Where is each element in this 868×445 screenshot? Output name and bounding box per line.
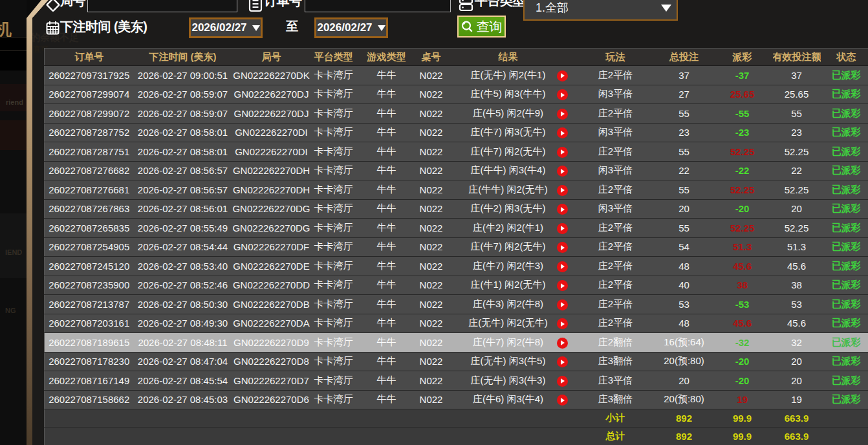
cell-platform-type: 卡卡湾厅 — [311, 257, 356, 276]
cell-play-method: 庄3平倍 — [575, 371, 656, 391]
round-number-label: 局号 — [60, 0, 85, 10]
bet-record-row[interactable]: 2602270872359002026-02-27 08:52:46GN0222… — [45, 276, 868, 295]
cell-order-number: 260227087287752 — [45, 123, 134, 142]
play-video-icon[interactable] — [557, 261, 568, 272]
cell-total-bet: 37 — [656, 66, 712, 85]
cell-platform-type: 卡卡湾厅 — [311, 237, 356, 257]
cell-order-number: 260227087276681 — [45, 180, 134, 200]
cell-play-method: 庄2平倍 — [575, 295, 656, 314]
cell-order-number: 260227087245120 — [45, 257, 134, 276]
play-video-icon[interactable] — [557, 356, 568, 367]
col-header-payout: 派彩 — [712, 49, 773, 66]
cell-total-bet: 55 — [656, 142, 712, 162]
cell-bet-time: 2026-02-27 08:58:01 — [134, 142, 232, 162]
cell-play — [557, 161, 575, 180]
play-video-icon[interactable] — [557, 89, 568, 100]
cell-play-method: 庄2平倍 — [575, 257, 656, 276]
cell-play-method: 庄2平倍 — [575, 314, 656, 333]
play-video-icon[interactable] — [557, 338, 568, 349]
cell-total-bet: 20 — [656, 371, 712, 391]
bet-record-row[interactable]: 2602270872451202026-02-27 08:53:40GN0222… — [45, 257, 868, 276]
col-header-platform-type: 平台类型 — [311, 49, 356, 66]
bet-record-row[interactable]: 2602270872658352026-02-27 08:55:49GN0222… — [45, 219, 868, 238]
play-video-icon[interactable] — [557, 376, 568, 387]
play-video-icon[interactable] — [557, 109, 568, 120]
cell-table-number: N022 — [417, 276, 446, 295]
bet-record-row[interactable]: 2602270872990722026-02-27 08:59:07GN0222… — [45, 104, 868, 124]
cell-order-number: 260227087287751 — [45, 142, 134, 162]
col-header-total-bet: 总投注 — [656, 49, 712, 66]
grand-total-label: 总计 — [575, 428, 656, 445]
play-video-icon[interactable] — [557, 242, 568, 253]
play-video-icon[interactable] — [557, 127, 568, 138]
bet-record-row[interactable]: 2602270872877512026-02-27 08:58:01GN0222… — [45, 142, 868, 162]
order-number-input[interactable] — [305, 0, 451, 12]
cell-bet-time: 2026-02-27 08:53:40 — [134, 257, 232, 276]
cell-game-type: 牛牛 — [356, 352, 417, 371]
cell-game-type: 牛牛 — [356, 237, 417, 257]
bet-record-row[interactable]: 2602270871896152026-02-27 08:48:11GN0222… — [45, 333, 868, 353]
cell-table-number: N022 — [417, 390, 446, 409]
cell-round-number: GN022262270DK — [232, 66, 311, 85]
cell-payout: -20 — [712, 199, 773, 219]
round-number-input[interactable] — [87, 0, 237, 12]
bet-record-row[interactable]: 2602270872137872026-02-27 08:50:30GN0222… — [45, 295, 868, 314]
table-body: 2602270973179252026-02-27 09:00:51GN0222… — [45, 66, 868, 409]
play-video-icon[interactable] — [557, 299, 568, 310]
play-video-icon[interactable] — [557, 204, 568, 215]
play-video-icon[interactable] — [557, 280, 568, 291]
cell-play — [557, 257, 575, 276]
play-video-icon[interactable] — [557, 223, 568, 234]
lobby-tile — [0, 213, 27, 278]
cell-valid-bet: 52.25 — [773, 142, 821, 162]
cell-game-type: 牛牛 — [356, 142, 417, 162]
platform-type-select[interactable]: 1.全部 — [523, 0, 678, 21]
cell-play-method: 庄3翻倍 — [575, 390, 656, 409]
order-number-icon — [248, 0, 263, 12]
cell-total-bet: 48 — [656, 257, 712, 276]
cell-payout: 45.6 — [712, 257, 773, 276]
cell-status: 已派彩 — [821, 180, 868, 200]
cell-game-type: 牛牛 — [356, 180, 417, 200]
play-video-icon[interactable] — [557, 166, 568, 177]
bet-record-row[interactable]: 2602270871782302026-02-27 08:47:04GN0222… — [45, 352, 868, 371]
lobby-tile — [0, 84, 27, 111]
cell-table-number: N022 — [417, 333, 446, 353]
footer-spacer-cell — [821, 409, 868, 428]
cell-total-bet: 54 — [656, 237, 712, 257]
query-button[interactable]: 查询 — [457, 16, 506, 38]
play-video-icon[interactable] — [557, 71, 568, 81]
cell-play-method: 庄3翻倍 — [575, 352, 656, 371]
cell-result: 庄(牛3) 闲2(牛8) — [446, 295, 557, 314]
play-video-icon[interactable] — [557, 395, 568, 406]
bet-record-row[interactable]: 2602270872990742026-02-27 08:59:07GN0222… — [45, 85, 868, 104]
cell-play — [557, 237, 575, 257]
play-video-icon[interactable] — [557, 147, 568, 158]
date-from-picker[interactable]: 2026/02/27 — [189, 17, 263, 38]
cell-play-method: 闲3平倍 — [575, 85, 656, 104]
play-video-icon[interactable] — [557, 318, 568, 329]
bet-record-row[interactable]: 2602270872766822026-02-27 08:56:57GN0222… — [45, 161, 868, 180]
bet-record-row[interactable]: 2602270872031612026-02-27 08:49:30GN0222… — [45, 314, 868, 333]
bet-record-row[interactable]: 2602270872549052026-02-27 08:54:44GN0222… — [45, 237, 868, 257]
cell-bet-time: 2026-02-27 08:50:30 — [134, 295, 232, 314]
cell-status: 已派彩 — [821, 161, 868, 180]
screen: 机 riend IEND NG 的余额不足 直可 局号 订单号 — [0, 0, 868, 445]
play-video-icon[interactable] — [557, 185, 568, 196]
cell-play-method: 庄2平倍 — [575, 219, 656, 238]
footer-spacer-cell — [821, 428, 868, 445]
platform-type-icon — [459, 0, 473, 12]
bet-record-row[interactable]: 2602270872766812026-02-27 08:56:57GN0222… — [45, 180, 868, 200]
date-to-picker[interactable]: 2026/02/27 — [314, 17, 388, 38]
cell-table-number: N022 — [417, 161, 446, 180]
bet-record-row[interactable]: 2602270871671492026-02-27 08:45:54GN0222… — [45, 371, 868, 391]
cell-platform-type: 卡卡湾厅 — [311, 123, 356, 142]
bet-record-row[interactable]: 2602270973179252026-02-27 09:00:51GN0222… — [45, 66, 868, 85]
cell-status: 已派彩 — [821, 123, 868, 142]
bet-record-row[interactable]: 2602270872678632026-02-27 08:56:01GN0222… — [45, 199, 868, 219]
bet-record-row[interactable]: 2602270872877522026-02-27 08:58:01GN0222… — [45, 123, 868, 142]
cell-valid-bet: 32 — [773, 333, 821, 353]
cell-total-bet: 16(预:64) — [656, 333, 712, 353]
bet-record-row[interactable]: 2602270871586622026-02-27 08:45:03GN0222… — [45, 390, 868, 409]
cell-bet-time: 2026-02-27 08:56:57 — [134, 180, 232, 200]
